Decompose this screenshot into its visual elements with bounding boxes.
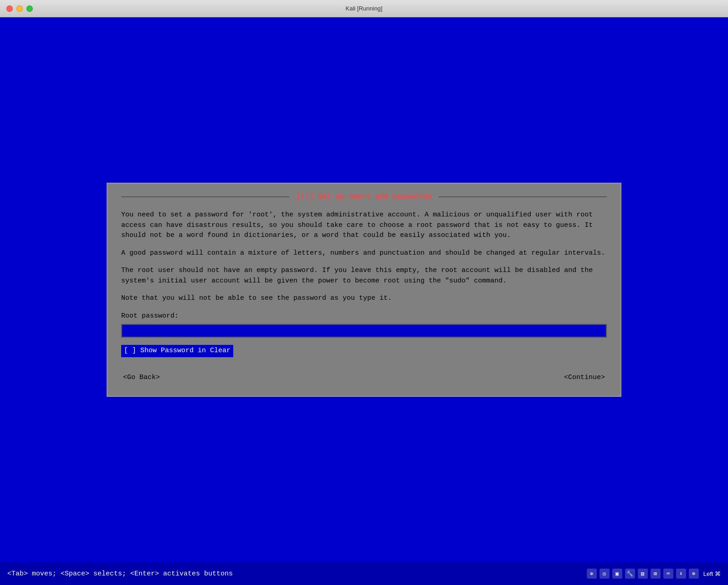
bluetooth-icon[interactable]: ◎ xyxy=(600,569,610,579)
settings-icon[interactable]: ⊞ xyxy=(651,569,661,579)
network-icon[interactable]: ⊗ xyxy=(689,569,699,579)
download-icon[interactable]: ⬇ xyxy=(676,569,686,579)
wrench-icon[interactable]: 🔧 xyxy=(625,569,635,579)
paragraph-4: Note that you will not be able to see th… xyxy=(121,293,607,304)
keyboard-icon[interactable]: ⌨ xyxy=(663,569,673,579)
continue-button[interactable]: <Continue> xyxy=(562,373,607,382)
title-line-left xyxy=(121,196,289,197)
status-bar: <Tab> moves; <Space> selects; <Enter> ac… xyxy=(0,562,728,585)
paragraph-1: You need to set a password for 'root', t… xyxy=(121,210,607,241)
go-back-button[interactable]: <Go Back> xyxy=(121,373,162,382)
wifi-icon[interactable]: ⊕ xyxy=(587,569,597,579)
status-text: <Tab> moves; <Space> selects; <Enter> ac… xyxy=(7,570,233,578)
keyboard-label: Left ⌘ xyxy=(703,570,721,577)
speaker-icon[interactable]: ▤ xyxy=(638,569,648,579)
title-line-right xyxy=(439,196,607,197)
dialog-title: [!!] Set up users and passwords xyxy=(289,193,439,201)
window-icon[interactable]: ▣ xyxy=(612,569,622,579)
dialog-box: [!!] Set up users and passwords You need… xyxy=(107,183,621,397)
window-title: Kali [Running] xyxy=(346,5,383,12)
paragraph-2: A good password will contain a mixture o… xyxy=(121,248,607,259)
dialog-body: You need to set a password for 'root', t… xyxy=(121,210,607,368)
close-button[interactable] xyxy=(6,5,13,12)
minimize-button[interactable] xyxy=(16,5,23,12)
taskbar-icons: ⊕ ◎ ▣ 🔧 ▤ ⊞ ⌨ ⬇ ⊗ Left ⌘ xyxy=(587,569,721,579)
titlebar: Kali [Running] xyxy=(0,0,728,17)
show-password-label[interactable]: [ ] Show Password in Clear xyxy=(121,345,233,357)
password-input-container[interactable] xyxy=(121,324,607,338)
password-label: Root password: xyxy=(121,311,607,322)
password-input[interactable] xyxy=(122,325,606,337)
window-controls xyxy=(6,5,33,12)
main-area: [!!] Set up users and passwords You need… xyxy=(0,17,728,562)
dialog-title-bar: [!!] Set up users and passwords xyxy=(121,193,607,201)
maximize-button[interactable] xyxy=(26,5,33,12)
paragraph-3: The root user should not have an empty p… xyxy=(121,266,607,286)
dialog-buttons: <Go Back> <Continue> xyxy=(121,373,607,382)
show-password-checkbox[interactable]: [ ] Show Password in Clear xyxy=(121,345,233,357)
